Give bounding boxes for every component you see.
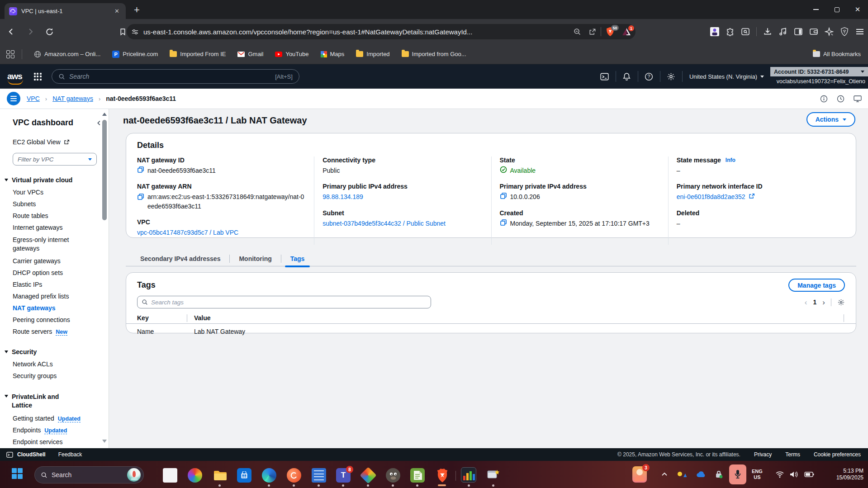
sidebar-section-privatelink[interactable]: PrivateLink and Lattice [5,393,109,410]
sidebar-item-endpoint-services[interactable]: Endpoint services [0,436,97,448]
page-number[interactable]: 1 [813,298,817,306]
vpc-link[interactable]: vpc-05bc417487c93d5c7 / Lab VPC [137,228,238,237]
page-prev-icon[interactable]: ‹ [805,298,807,306]
external-link-icon[interactable] [749,193,755,199]
help-icon[interactable]: ? [640,72,658,81]
cookie-preferences-link[interactable]: Cookie preferences [814,451,861,458]
column-header-value[interactable]: Value [194,314,211,322]
gimp-app-icon[interactable] [386,468,400,483]
sidebar-item-elastic-ips[interactable]: Elastic IPs [0,279,97,290]
copy-icon[interactable] [137,166,144,173]
actions-button[interactable]: Actions [806,112,855,127]
filter-by-vpc-select[interactable]: Filter by VPC [13,153,97,166]
sidebar-item-nat-gateways[interactable]: NAT gateways [0,302,97,314]
sidebar-collapse-icon[interactable] [96,120,102,126]
language-indicator[interactable]: ENGUS [752,461,763,488]
microsoft-store-icon[interactable] [237,468,251,483]
copy-icon[interactable] [500,192,507,199]
minimize-button[interactable] [806,0,826,19]
scroll-up-icon[interactable] [102,113,107,116]
copy-icon[interactable] [500,219,507,226]
start-button-icon[interactable] [12,468,26,483]
tray-lock-icon[interactable] [715,461,723,488]
account-menu[interactable]: Account ID: 5332-6731-8649 voclabs/user4… [770,64,868,89]
clock[interactable]: 5:13 PM15/09/2025 [836,461,863,488]
breadcrumb-nat-gateways[interactable]: NAT gateways [52,95,93,102]
window-preview-2[interactable] [485,467,501,483]
info-link[interactable]: Info [726,157,735,163]
privacy-link[interactable]: Privacy [754,451,772,458]
taskbar-search[interactable]: Search [34,466,144,483]
new-tab-button[interactable]: + [134,4,140,16]
sidebar-item-dhcp-option-sets[interactable]: DHCP option sets [0,267,97,279]
column-divider[interactable] [844,314,844,322]
sidebar-item-endpoints[interactable]: EndpointsUpdated [0,424,97,436]
sidebar-item-route-tables[interactable]: Route tables [0,210,97,222]
eni-link[interactable]: eni-0e601f8da8d2ae352 [677,192,745,201]
green-app-icon[interactable] [410,468,425,483]
sidebar-item-peering-connections[interactable]: Peering connections [0,314,97,326]
tags-search-input[interactable] [151,299,427,306]
aws-logo[interactable]: aws [7,71,22,81]
orange-app-icon[interactable] [287,468,301,483]
sidebar-item-getting-started[interactable]: Getting startedUpdated [0,412,97,424]
account-id-box[interactable]: Account ID: 5332-6731-8649 [770,67,868,76]
sidebar-item-internet-gateways[interactable]: Internet gateways [0,222,97,233]
public-ip-link[interactable]: 98.88.134.189 [323,192,363,201]
history-clock-icon[interactable] [837,95,844,103]
settings-gear-icon[interactable] [663,72,680,81]
volume-icon[interactable] [789,461,798,488]
all-bookmarks-button[interactable]: All Bookmarks [813,51,861,57]
media-icon[interactable] [778,27,787,36]
breadcrumb-vpc[interactable]: VPC [27,95,40,102]
feedback-link[interactable]: Feedback [58,451,82,458]
brave-shield-icon[interactable]: 50 [606,27,615,37]
search-window-icon[interactable] [741,27,750,36]
back-icon[interactable] [4,24,19,39]
apps-grid-icon[interactable] [6,50,14,58]
zoom-out-icon[interactable] [573,28,581,36]
aws-search-input[interactable]: Search [Alt+S] [52,69,299,84]
forward-icon[interactable] [23,24,38,39]
sidebar-menu-icon[interactable] [7,92,20,105]
menu-hamburger-icon[interactable] [855,27,864,36]
maximize-button[interactable] [826,0,847,19]
share-icon[interactable] [588,28,596,36]
tags-search-box[interactable] [137,296,431,308]
leo-ai-sparkle-icon[interactable] [825,27,834,36]
cloudshell-footer-button[interactable]: CloudShell [6,451,46,458]
bookmark-imported-from-google[interactable]: Imported from Goo... [402,51,466,57]
sidebar-scrollbar[interactable] [102,111,107,446]
window-preview-1[interactable] [461,467,476,483]
feedback-monitor-icon[interactable] [854,95,862,103]
close-button[interactable]: ✕ [847,0,868,19]
bookmark-priceline[interactable]: P Priceline.com [112,51,158,58]
column-header-key[interactable]: Key [137,314,187,322]
info-icon[interactable] [820,95,828,103]
tab-close-icon[interactable]: ✕ [113,8,121,14]
widget-app-icon[interactable] [163,468,177,483]
photos-app-icon[interactable] [188,468,202,483]
sidebar-item-network-acls[interactable]: Network ACLs [0,358,97,370]
tray-shapes-icon[interactable] [677,461,687,488]
profile-extension-icon[interactable] [710,27,719,36]
scroll-down-icon[interactable] [102,440,107,443]
sidebar-item-your-vpcs[interactable]: Your VPCs [0,186,97,198]
sidebar-section-security[interactable]: Security [5,348,109,355]
updated-badge[interactable]: Updated [44,427,67,434]
bookmark-youtube[interactable]: YouTube [275,51,308,57]
teams-app-icon[interactable]: T 8 [336,468,351,483]
table-row[interactable]: Name Lab NAT Gateway [126,324,856,339]
bookmark-imported[interactable]: Imported [356,51,389,57]
adblock-triangle-icon[interactable]: 1 [622,28,631,36]
terms-link[interactable]: Terms [785,451,800,458]
sidebar-item-egress-only[interactable]: Egress-only internet gateways [0,233,72,255]
diamond-app-icon[interactable] [360,467,376,483]
browser-tab[interactable]: VPC | us-east-1 ✕ [5,3,126,19]
notes-app-icon[interactable] [312,468,326,483]
updated-badge[interactable]: Updated [58,416,81,422]
notifications-bell-icon[interactable] [618,72,636,81]
tray-show-hidden-icon[interactable] [661,461,668,488]
manage-tags-button[interactable]: Manage tags [788,279,845,292]
sidebar-item-route-servers[interactable]: Route serversNew [0,326,97,337]
